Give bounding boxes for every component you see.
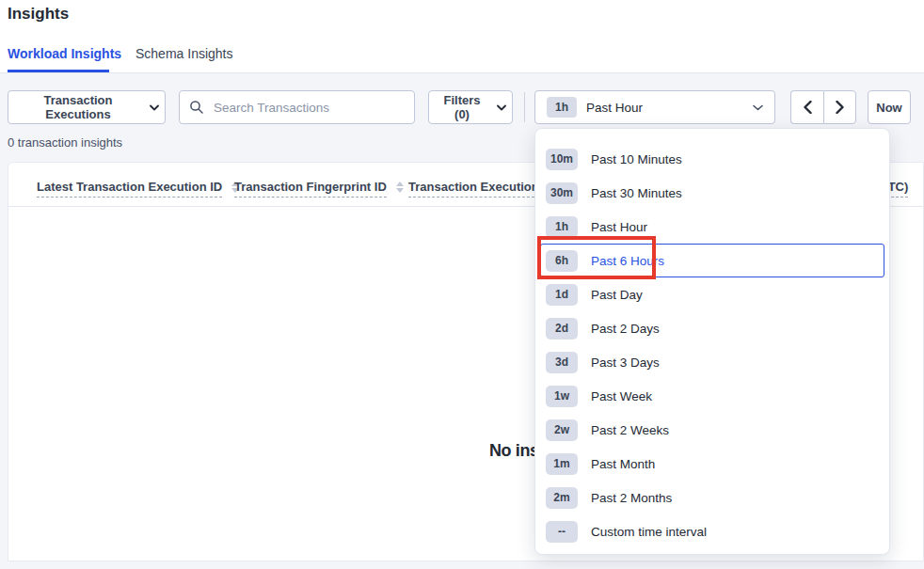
- time-option-label: Past 30 Minutes: [591, 186, 682, 200]
- insight-type-select-label: Transaction Executions: [14, 93, 142, 121]
- time-range-dropdown: 10m Past 10 Minutes 30m Past 30 Minutes …: [534, 128, 890, 555]
- time-option-badge: 2d: [546, 318, 578, 340]
- time-option-label: Past 2 Weeks: [591, 423, 669, 437]
- time-option-badge: 2w: [546, 419, 578, 441]
- sort-icon[interactable]: [396, 182, 404, 193]
- chevron-down-icon: [150, 104, 159, 111]
- time-option-label: Past 10 Minutes: [591, 152, 682, 166]
- chevron-down-icon: [497, 104, 506, 111]
- time-option-past-month[interactable]: 1m Past Month: [540, 447, 884, 481]
- time-option-badge: 1m: [546, 453, 578, 475]
- time-option-badge: 1h: [546, 216, 578, 238]
- time-option-badge: 6h: [546, 250, 578, 272]
- time-option-label: Past 2 Months: [591, 491, 672, 505]
- chevron-down-icon: [753, 104, 763, 111]
- search-icon: [189, 100, 204, 115]
- now-button[interactable]: Now: [868, 90, 911, 124]
- time-option-past-6-hours[interactable]: 6h Past 6 Hours: [540, 244, 884, 277]
- time-option-past-hour[interactable]: 1h Past Hour: [540, 210, 884, 244]
- time-option-badge: 1d: [546, 284, 578, 306]
- column-header-transaction-execution[interactable]: Transaction Execution: [408, 180, 539, 198]
- search-box: [179, 90, 415, 124]
- page-title: Insights: [8, 5, 69, 24]
- interval-arrows: [790, 90, 856, 124]
- insights-count: 0 transaction insights: [8, 135, 122, 150]
- time-option-past-2-weeks[interactable]: 2w Past 2 Weeks: [540, 413, 884, 447]
- time-option-label: Past Week: [591, 389, 652, 403]
- chevron-right-icon: [836, 101, 844, 114]
- time-option-badge: --: [546, 521, 578, 543]
- time-option-label: Past Day: [591, 288, 643, 302]
- time-option-past-3-days[interactable]: 3d Past 3 Days: [540, 345, 884, 379]
- chevron-left-icon: [804, 101, 812, 114]
- time-range-select[interactable]: 1h Past Hour: [534, 90, 775, 124]
- prev-interval-button[interactable]: [790, 90, 823, 124]
- time-option-label: Custom time interval: [591, 525, 707, 539]
- time-option-custom-interval[interactable]: -- Custom time interval: [540, 514, 884, 548]
- time-option-past-2-months[interactable]: 2m Past 2 Months: [540, 481, 884, 514]
- column-header-transaction-fingerprint-id[interactable]: Transaction Fingerprint ID: [234, 180, 404, 198]
- time-option-badge: 3d: [546, 352, 578, 373]
- time-option-label: Past Hour: [591, 220, 647, 234]
- time-option-label: Past 2 Days: [591, 322, 660, 336]
- now-button-label: Now: [876, 101, 901, 115]
- page-header: Insights Workload Insights Schema Insigh…: [0, 0, 924, 73]
- column-header-latest-transaction-execution-id[interactable]: Latest Transaction Execution ID: [37, 180, 239, 198]
- tab-workload-insights[interactable]: Workload Insights: [8, 46, 121, 61]
- time-option-label: Past Month: [591, 457, 655, 471]
- time-option-badge: 2m: [546, 487, 578, 509]
- filters-button-label: Filters (0): [435, 93, 489, 121]
- active-tab-underline: [8, 70, 109, 72]
- tab-schema-insights[interactable]: Schema Insights: [135, 46, 233, 61]
- insight-type-select[interactable]: Transaction Executions: [8, 90, 166, 124]
- search-input[interactable]: [212, 100, 405, 116]
- time-range-label: Past Hour: [586, 101, 743, 115]
- next-interval-button[interactable]: [823, 90, 856, 124]
- time-option-past-30-minutes[interactable]: 30m Past 30 Minutes: [540, 176, 884, 210]
- time-option-badge: 1w: [546, 386, 578, 407]
- time-option-past-2-days[interactable]: 2d Past 2 Days: [540, 311, 884, 345]
- time-option-past-day[interactable]: 1d Past Day: [540, 277, 884, 311]
- time-option-label: Past 3 Days: [591, 356, 660, 370]
- time-option-badge: 30m: [546, 182, 578, 204]
- time-option-label: Past 6 Hours: [591, 254, 664, 268]
- toolbar-divider: [524, 92, 525, 122]
- time-option-past-week[interactable]: 1w Past Week: [540, 379, 884, 413]
- filters-button[interactable]: Filters (0): [428, 90, 513, 124]
- time-option-badge: 10m: [546, 149, 578, 170]
- time-option-past-10-minutes[interactable]: 10m Past 10 Minutes: [540, 142, 884, 176]
- time-range-badge: 1h: [547, 97, 577, 118]
